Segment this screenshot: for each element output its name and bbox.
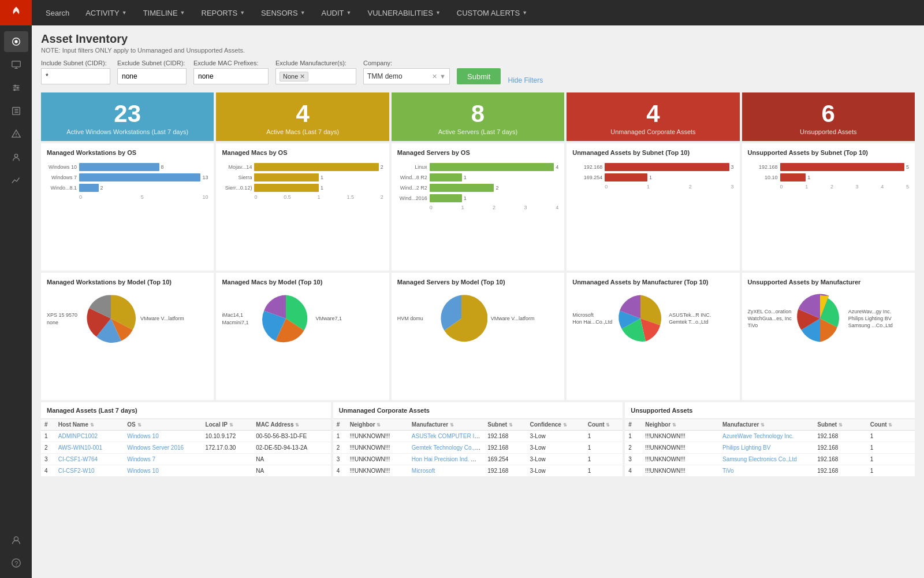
col-confidence[interactable]: Confidence ⇅ [526,419,584,431]
unsupported-assets-table-card: Unsupported Assets # Neighbor ⇅ Manufact… [625,402,915,477]
exclude-mfr-select[interactable]: None ✕ [275,68,356,84]
company-value: TMM demo [367,72,430,80]
col-subnet[interactable]: Subnet ⇅ [484,419,526,431]
os-link[interactable]: Windows Server 2016 [127,444,184,451]
stat-label-macs: Active Macs (Last 7 days) [222,128,383,135]
col-mac[interactable]: MAC Address ⇅ [252,419,330,431]
col-count[interactable]: Count ⇅ [867,419,915,431]
company-clear-icon[interactable]: ✕ [432,73,437,80]
sidebar-item-users[interactable] [4,147,28,168]
sidebar-item-monitor[interactable] [4,54,28,75]
table-row: 4 !!!UNKNOWN!!! Microsoft 192.168 3-Low … [333,465,623,477]
cell-neighbor: !!!UNKNOWN!!! [642,465,719,477]
hostname-link[interactable]: CI-CSF1-W764 [58,456,98,462]
hostname-link[interactable]: CI-CSF2-W10 [58,468,95,474]
nav-custom-alerts[interactable]: CUSTOM ALERTS ▼ [449,0,535,25]
col-neighbor[interactable]: Neighbor ⇅ [642,419,719,431]
stat-number-unmanaged: 4 [572,102,733,126]
sidebar-item-analytics[interactable] [4,170,28,191]
hostname-link[interactable]: ADMINPC1002 [58,433,98,439]
col-subnet[interactable]: Subnet ⇅ [814,419,866,431]
nav-activity[interactable]: ACTIVITY ▼ [77,0,135,25]
chart-macs-model: Managed Macs by Model (Top 10) iMac14,1 … [216,273,389,400]
cell-mfr: ASUSTek COMPUTER INC [408,431,484,442]
chart-servers-model: Managed Servers by Model (Top 10) HVM do… [392,273,564,400]
sidebar-item-alert[interactable] [4,124,28,144]
cell-mfr: Samsung Electronics Co.,Ltd [719,454,814,465]
sidebar-item-list[interactable] [4,101,28,121]
cell-num: 1 [41,431,55,442]
exclude-mac-label: Exclude MAC Prefixes: [193,60,269,66]
include-subnet-input[interactable] [41,68,110,84]
mfr-link[interactable]: TiVo [722,468,734,474]
os-link[interactable]: Windows 10 [127,468,158,474]
nav-timeline[interactable]: TIMELINE ▼ [135,0,193,25]
mfr-link[interactable]: Hon Hai Precision Ind. Co.,Ltd [412,456,484,462]
col-count[interactable]: Count ⇅ [584,419,623,431]
exclude-mfr-group: Exclude Manufacturer(s): None ✕ [275,60,356,84]
chart-title-macs-model: Managed Macs by Model (Top 10) [222,279,383,286]
stat-card-workstations[interactable]: 23 Active Windows Workstations (Last 7 d… [41,92,214,141]
cell-conf: 3-Low [526,442,584,454]
nav-search[interactable]: Search [38,0,77,25]
stat-card-unmanaged[interactable]: 4 Unmanaged Corporate Assets [567,92,739,141]
col-hostname[interactable]: Host Name ⇅ [55,419,124,431]
col-localip[interactable]: Local IP ⇅ [202,419,253,431]
col-manufacturer[interactable]: Manufacturer ⇅ [408,419,484,431]
svg-point-9 [13,89,16,91]
chart-unmanaged-subnet: Unmanaged Assets by Subnet (Top 10) 192.… [567,143,739,271]
chart-workstations-model: Managed Workstations by Model (Top 10) X… [41,273,214,400]
exclude-subnet-label: Exclude Subnet (CIDR): [117,60,187,66]
sidebar-item-profile[interactable] [4,529,28,550]
cell-neighbor: !!!UNKNOWN!!! [642,431,719,442]
cell-hostname: AWS-WIN10-001 [55,442,124,454]
unmanaged-assets-table: # Neighbor ⇅ Manufacturer ⇅ Subnet ⇅ Con… [333,419,623,477]
chart-title-unsupported-mfr: Unsupported Assets by Manufacturer [748,279,909,286]
nav-sensors[interactable]: SENSORS ▼ [253,0,314,25]
sidebar-item-help[interactable]: ? [4,553,28,573]
submit-button[interactable]: Submit [457,68,501,84]
exclude-subnet-input[interactable] [117,68,187,84]
company-select[interactable]: TMM demo ✕ ▼ [363,68,450,84]
sidebar-item-network[interactable] [4,31,28,52]
stat-card-unsupported[interactable]: 6 Unsupported Assets [742,92,915,141]
cell-conf: 3-Low [526,465,584,477]
cell-mfr: Gemtek Technology Co., Ltd. [408,442,484,454]
cell-num: 1 [625,431,642,442]
sidebar-item-sliders[interactable] [4,77,28,98]
table-row: 2 !!!UNKNOWN!!! Philips Lighting BV 192.… [625,442,915,454]
chart-title-servers-model: Managed Servers by Model (Top 10) [397,279,558,286]
hide-filters-link[interactable]: Hide Filters [508,76,543,84]
chart-unsupported-subnet: Unsupported Assets by Subnet (Top 10) 19… [742,143,915,271]
hostname-link[interactable]: AWS-WIN10-001 [58,444,102,451]
mfr-link[interactable]: Gemtek Technology Co., Ltd. [412,444,484,451]
cell-subnet: 192.168 [814,465,866,477]
col-neighbor[interactable]: Neighbor ⇅ [346,419,408,431]
svg-point-16 [14,154,17,157]
pie-unmanaged-mfr [614,292,666,344]
cell-ip: 10.10.9.172 [202,431,253,442]
exclude-mac-input[interactable] [193,68,269,84]
mfr-link[interactable]: Microsoft [412,468,435,474]
cell-hostname: CI-CSF2-W10 [55,465,124,477]
os-link[interactable]: Windows 7 [127,456,155,462]
nav-vulnerabilities[interactable]: VULNERABILITIES ▼ [359,0,448,25]
stat-card-servers[interactable]: 8 Active Servers (Last 7 days) [392,92,564,141]
os-link[interactable]: Windows 10 [127,433,158,439]
chart-title-unsupported-subnet: Unsupported Assets by Subnet (Top 10) [748,149,909,156]
col-os[interactable]: OS ⇅ [124,419,202,431]
remove-tag-btn[interactable]: ✕ [300,73,305,80]
nav-audit[interactable]: AUDIT ▼ [314,0,360,25]
cell-count: 1 [867,465,915,477]
mfr-link[interactable]: ASUSTek COMPUTER INC [412,433,483,439]
nav-reports[interactable]: REPORTS ▼ [193,0,254,25]
mfr-link[interactable]: AzureWave Technology Inc. [722,433,793,439]
include-subnet-group: Include Subnet (CIDR): [41,60,110,84]
stat-card-macs[interactable]: 4 Active Macs (Last 7 days) [216,92,389,141]
mfr-link[interactable]: Samsung Electronics Co.,Ltd [722,456,797,462]
app-logo[interactable] [0,0,32,25]
company-label: Company: [363,60,450,66]
mfr-link[interactable]: Philips Lighting BV [722,444,770,451]
col-manufacturer[interactable]: Manufacturer ⇅ [719,419,814,431]
company-dropdown-icon[interactable]: ▼ [439,73,446,80]
